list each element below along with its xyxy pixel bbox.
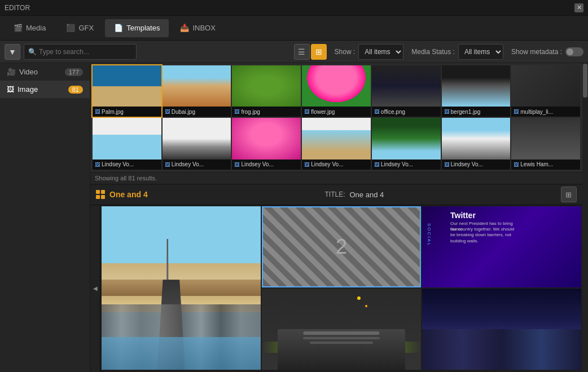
twitter-social-label: SOCIAL (427, 223, 432, 246)
media-item-office[interactable]: 🖼 office.png (372, 65, 441, 117)
media-grid: 🖼 Palm.jpg 🖼 Dubai.jpg 🖼 frog.jpg (90, 63, 582, 172)
list-view-button[interactable]: ☰ (294, 44, 310, 60)
search-input[interactable] (24, 44, 137, 60)
media-item-lindsey6[interactable]: 🖼 Lindsey Vo... (442, 118, 511, 169)
search-icon: 🔍 (28, 48, 37, 56)
media-item-palm[interactable]: 🖼 Palm.jpg (93, 65, 161, 117)
media-status-label: Media Status : (411, 48, 455, 56)
image-file-icon: 🖼 (95, 162, 100, 167)
scroll-thumb[interactable] (583, 64, 587, 98)
image-file-icon: 🖼 (234, 162, 239, 167)
image-file-icon: 🖼 (514, 109, 519, 114)
image-file-icon: 🖼 (514, 162, 519, 167)
tab-inbox[interactable]: 📥 INBOX (171, 19, 224, 37)
timeline-header: One and 4 TITLE: One and 4 ⊞ (90, 185, 582, 205)
video-icon: 🎥 (7, 68, 16, 76)
media-item-lindsey5[interactable]: 🖼 Lindsey Vo... (372, 118, 441, 169)
image-file-icon: 🖼 (304, 109, 309, 114)
show-metadata-label: Show metadata : (511, 48, 562, 56)
titlebar: EDITOR ✕ (0, 0, 588, 16)
tab-bar: 🎬 Media ⬛ GFX 📄 Templates 📥 INBOX (0, 16, 588, 41)
title-row: TITLE: One and 4 (324, 191, 384, 199)
media-item-multiplay[interactable]: 🖼 multiplay_li... (511, 65, 580, 117)
slot2-number: 2 (336, 235, 347, 259)
inbox-icon: 📥 (180, 24, 189, 32)
image-file-icon: 🖼 (374, 109, 379, 114)
left-arrow[interactable]: ◀ (90, 205, 100, 372)
titlebar-text: EDITOR (5, 4, 30, 12)
tab-gfx[interactable]: ⬛ GFX (57, 19, 103, 37)
media-icon: 🎬 (14, 24, 23, 32)
search-wrap: 🔍 (24, 44, 137, 60)
image-file-icon: 🖼 (95, 109, 100, 114)
image-file-icon: 🖼 (234, 109, 239, 114)
twitter-title-text: Twitter (450, 211, 476, 220)
templates-icon: 📄 (114, 24, 123, 32)
metadata-toggle[interactable] (565, 47, 583, 56)
main-area: 🎥 Video 177 🖼 Image 81 🖼 Palm.jp (0, 63, 588, 372)
media-grid-area: 🖼 Palm.jpg 🖼 Dubai.jpg 🖼 frog.jpg (90, 63, 582, 184)
sidebar-item-image[interactable]: 🖼 Image 81 (0, 81, 90, 98)
timeline-title: One and 4 (109, 190, 148, 199)
view-buttons: ☰ ⊞ (294, 44, 327, 60)
preview-cell-dubai[interactable] (102, 206, 261, 370)
image-file-icon: 🖼 (165, 109, 170, 114)
preview-wrapper: ◀ (90, 205, 582, 372)
preview-cell-slot2[interactable]: 2 (262, 206, 421, 287)
title-label: TITLE: (324, 191, 345, 198)
preview-area: 2 SOCIAL Twitter Name Our next President… (100, 205, 582, 372)
media-item-frog[interactable]: 🖼 frog.jpg (232, 65, 301, 117)
image-file-icon: 🖼 (444, 109, 449, 114)
sidebar: 🎥 Video 177 🖼 Image 81 (0, 63, 90, 372)
image-file-icon: 🖼 (444, 162, 449, 167)
show-select[interactable]: All items (358, 44, 403, 60)
preview-cell-citynight[interactable] (422, 289, 581, 370)
media-item-lindsey4[interactable]: 🖼 Lindsey Vo... (302, 118, 371, 169)
preview-cell-twitter[interactable]: SOCIAL Twitter Name Our next President h… (422, 206, 581, 287)
results-bar: Showing all 81 results. (90, 172, 582, 184)
content-area: 🖼 Palm.jpg 🖼 Dubai.jpg 🖼 frog.jpg (90, 63, 582, 372)
media-item-bergen[interactable]: 🖼 bergen1.jpg (442, 65, 511, 117)
timeline-section: One and 4 TITLE: One and 4 ⊞ ◀ (90, 184, 582, 372)
gfx-icon: ⬛ (66, 24, 75, 32)
image-file-icon: 🖼 (374, 162, 379, 167)
video-count-badge: 177 (65, 68, 83, 76)
grid-view-toggle-button[interactable]: ⊞ (561, 187, 577, 202)
scrollbar[interactable] (582, 63, 588, 372)
slot2-placeholder: 2 (262, 206, 421, 287)
media-item-lindsey2[interactable]: 🖼 Lindsey Vo... (163, 118, 231, 169)
twitter-body-text: Our next President has to bring our coun… (450, 221, 518, 245)
tab-templates[interactable]: 📄 Templates (105, 19, 169, 37)
media-item-lewis[interactable]: 🖼 Lewis Ham... (511, 118, 580, 169)
timeline-grid-icon (96, 190, 105, 199)
toolbar: ▼ 🔍 ☰ ⊞ Show : All items Media Status : … (0, 41, 588, 63)
media-item-dubai[interactable]: 🖼 Dubai.jpg (163, 65, 231, 117)
media-item-flower[interactable]: 🖼 flower.jpg (302, 65, 371, 117)
media-status-select[interactable]: All items (458, 44, 503, 60)
media-item-lindsey3[interactable]: 🖼 Lindsey Vo... (232, 118, 301, 169)
image-count-badge: 81 (68, 86, 83, 94)
image-file-icon: 🖼 (304, 162, 309, 167)
tab-media[interactable]: 🎬 Media (5, 19, 55, 37)
grid-view-button[interactable]: ⊞ (311, 44, 327, 60)
preview-cell-animation[interactable] (262, 289, 421, 370)
image-icon: 🖼 (7, 85, 14, 94)
media-item-lindsey1[interactable]: 🖼 Lindsey Vo... (93, 118, 161, 169)
title-value: One and 4 (349, 191, 384, 199)
close-button[interactable]: ✕ (574, 3, 583, 12)
add-button[interactable]: ▼ (5, 44, 20, 60)
show-label: Show : (335, 48, 356, 56)
sidebar-item-video[interactable]: 🎥 Video 177 (0, 63, 90, 81)
image-file-icon: 🖼 (165, 162, 170, 167)
